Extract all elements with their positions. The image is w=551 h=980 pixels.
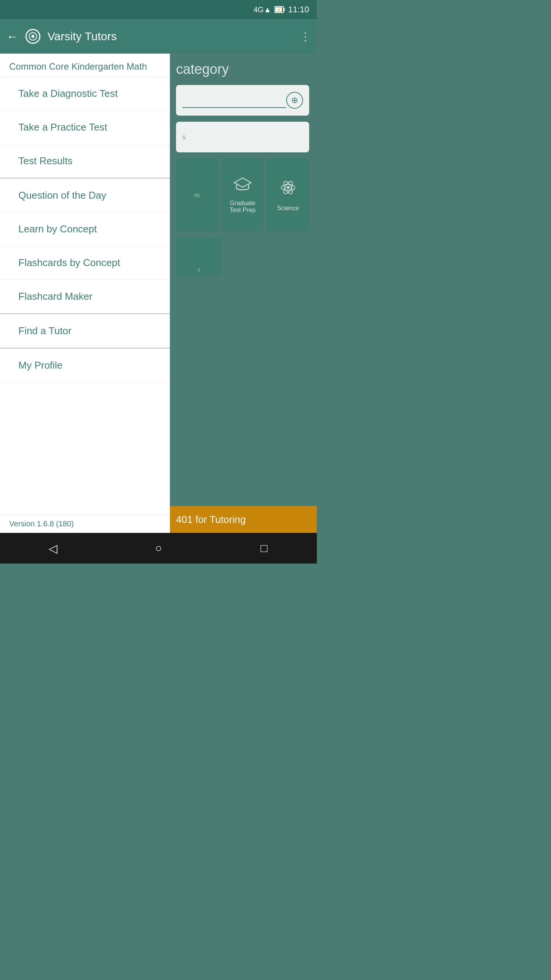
app-logo (24, 28, 41, 45)
bottom-navigation: ◁ ○ □ (0, 533, 317, 564)
tutoring-text: 401 for Tutoring (176, 514, 246, 526)
compass-icon: ⊕ (286, 92, 303, 109)
back-button[interactable]: ← (6, 29, 18, 44)
test-results-label: Test Results (18, 155, 73, 167)
background-content: category ⊕ s ep Graduate Test Prep (168, 54, 317, 533)
nav-home-button[interactable]: ○ (147, 537, 170, 560)
more-options-button[interactable]: ⋮ (300, 30, 311, 43)
time-display: 11:10 (288, 5, 309, 15)
nav-back-icon: ◁ (49, 542, 57, 555)
network-icon: 4G▲ (253, 5, 271, 14)
drawer-item-test-results[interactable]: Test Results (0, 144, 170, 178)
nav-home-icon: ○ (155, 542, 162, 555)
find-a-tutor-label: Find a Tutor (18, 325, 72, 336)
drawer-item-find-a-tutor[interactable]: Find a Tutor (0, 314, 170, 348)
graduation-cap-icon (233, 176, 252, 195)
flashcards-by-concept-label: Flashcards by Concept (18, 257, 120, 268)
drawer-item-question-of-day[interactable]: Question of the Day (0, 178, 170, 212)
search-box-1[interactable]: ⊕ (176, 85, 309, 116)
learn-by-concept-label: Learn by Concept (18, 223, 97, 235)
category-title: category (176, 61, 309, 77)
subject-label: Common Core Kindergarten Math (9, 61, 147, 72)
science-card[interactable]: Science (267, 158, 309, 231)
svg-rect-1 (284, 8, 285, 11)
flashcard-maker-label: Flashcard Maker (18, 291, 93, 302)
battery-icon: ⚡ (274, 6, 285, 13)
science-label: Science (277, 205, 299, 212)
extra-card[interactable]: s (176, 237, 222, 276)
drawer-footer: Version 1.6.8 (180) (0, 514, 170, 533)
drawer-item-diagnostic-test[interactable]: Take a Diagnostic Test (0, 77, 170, 111)
drawer-item-my-profile[interactable]: My Profile (0, 348, 170, 382)
extra-cards-row: s (176, 234, 309, 276)
diagnostic-test-label: Take a Diagnostic Test (18, 88, 118, 99)
drawer-header: Common Core Kindergarten Math (0, 54, 170, 77)
search-hint: s (182, 133, 186, 141)
graduate-test-prep-card[interactable]: Graduate Test Prep (222, 158, 264, 231)
partial-card-label: ep (194, 192, 201, 198)
practice-test-label: Take a Practice Test (18, 121, 107, 133)
question-of-day-label: Question of the Day (18, 189, 106, 201)
svg-point-6 (31, 35, 34, 38)
svg-text:⚡: ⚡ (276, 7, 281, 12)
svg-point-8 (287, 186, 290, 189)
status-bar-right: 4G▲ ⚡ 11:10 (253, 5, 309, 15)
nav-recent-icon: □ (261, 542, 267, 555)
my-profile-label: My Profile (18, 359, 63, 371)
status-bar: 4G▲ ⚡ 11:10 (0, 0, 317, 19)
version-label: Version 1.6.8 (180) (9, 519, 74, 528)
extra-card-label: s (198, 266, 201, 273)
drawer-item-learn-by-concept[interactable]: Learn by Concept (0, 212, 170, 246)
app-title: Varsity Tutors (47, 30, 294, 43)
navigation-drawer: Common Core Kindergarten Math Take a Dia… (0, 54, 170, 533)
search-underline (182, 93, 286, 108)
bottom-gold-bar[interactable]: 401 for Tutoring (168, 506, 317, 533)
drawer-item-flashcards-by-concept[interactable]: Flashcards by Concept (0, 246, 170, 280)
nav-back-button[interactable]: ◁ (41, 537, 64, 560)
nav-recent-button[interactable]: □ (253, 537, 276, 560)
drawer-item-flashcard-maker[interactable]: Flashcard Maker (0, 280, 170, 314)
atom-icon (279, 178, 297, 200)
search-box-2[interactable]: s (176, 122, 309, 152)
app-header: ← Varsity Tutors ⋮ (0, 19, 317, 54)
drawer-item-practice-test[interactable]: Take a Practice Test (0, 111, 170, 144)
partial-card[interactable]: ep (176, 158, 218, 231)
category-cards: ep Graduate Test Prep Science (176, 158, 309, 231)
graduate-test-prep-label: Graduate Test Prep (226, 200, 259, 214)
